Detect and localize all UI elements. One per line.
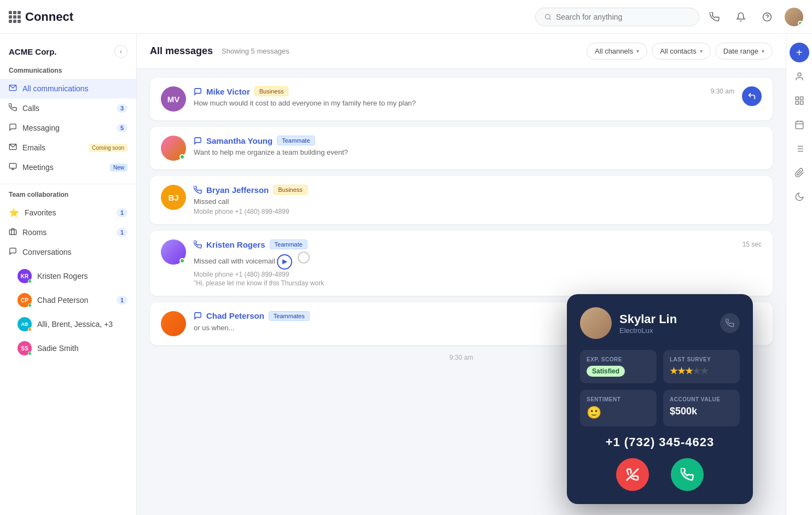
call-more-icon[interactable] [720, 313, 740, 333]
convo-avatar-chad: CP [18, 293, 32, 307]
contact-icon[interactable] [790, 67, 809, 86]
conversation-item-sadie[interactable]: SS Sadie Smith [0, 336, 136, 360]
conversation-item-chad[interactable]: CP Chad Peterson 1 [0, 288, 136, 312]
favorites-icon: ⭐ [9, 208, 19, 218]
sidebar-item-meetings[interactable]: Meetings New [0, 157, 136, 177]
chevron-down-icon-3: ▾ [762, 48, 764, 54]
conversations-icon [9, 247, 17, 257]
all-comms-icon [9, 84, 17, 93]
svg-rect-8 [9, 230, 16, 235]
avatar-chad [161, 311, 186, 336]
svg-line-1 [549, 18, 550, 19]
stat-last-survey: LAST SURVEY ★★★★★ [663, 350, 740, 383]
call-contact-company: ElectroLux [619, 326, 677, 335]
search-bar[interactable] [535, 8, 699, 26]
stars-filled: ★★★ [670, 366, 693, 376]
nav-icons [706, 8, 803, 26]
msg-sub-kristen: Mobile phone +1 (480) 899-4899 [194, 271, 762, 278]
sentiment-emoji: 🙂 [587, 406, 650, 420]
list-icon[interactable] [790, 139, 809, 159]
msg-text-mike: How much would it cost to add everyone i… [194, 98, 734, 108]
favorites-badge: 1 [117, 208, 127, 217]
chevron-down-icon-2: ▾ [700, 48, 703, 54]
moon-icon[interactable] [790, 187, 809, 207]
sidebar-item-label-favorites: Favorites [25, 208, 111, 217]
conversation-item-group[interactable]: AB Alli, Brent, Jessica, +3 [0, 312, 136, 336]
msg-name-samantha: Samantha Young [206, 136, 272, 145]
sidebar-item-messaging[interactable]: Messaging 5 [0, 118, 136, 138]
convo-dot-chad [28, 303, 32, 307]
msg-sub-bryan: Mobile phone +1 (480) 899-4899 [194, 208, 762, 215]
message-item-kristen[interactable]: Kristen Rogers Teammate 15 sec Missed ca… [150, 231, 773, 295]
call-avatar [580, 307, 612, 339]
avatar-mike: MV [161, 86, 186, 112]
accept-call-button[interactable] [671, 458, 704, 491]
emails-badge: Coming soon [89, 144, 127, 152]
sidebar-item-label-meetings: Meetings [22, 163, 105, 172]
convo-name-kristen: Kristen Rogers [37, 272, 127, 280]
msg-text-samantha: Want to help me organize a team building… [194, 148, 762, 157]
user-avatar[interactable] [785, 8, 803, 26]
stat-account-value: ACCOUNT VALUE $500k [663, 390, 740, 426]
rooms-icon [9, 227, 17, 237]
help-icon[interactable] [758, 8, 776, 26]
sidebar-item-conversations[interactable]: Conversations [0, 242, 136, 262]
msg-body-bryan: Bryan Jefferson Business Missed call Mob… [194, 185, 762, 215]
call-phone-number: +1 (732) 345-4623 [580, 435, 740, 449]
sidebar-item-rooms[interactable]: Rooms 1 [0, 223, 136, 242]
message-item-bryan[interactable]: BJ Bryan Jefferson Business Missed call … [150, 176, 773, 224]
convo-dot-group [28, 327, 32, 331]
account-value-label: ACCOUNT VALUE [670, 396, 733, 402]
message-item-mike[interactable]: MV Mike Victor Business 9:30 am How much… [150, 78, 773, 120]
reply-button-mike[interactable] [742, 86, 762, 106]
calendar-icon[interactable] [790, 115, 809, 134]
msg-name-bryan: Bryan Jefferson [206, 185, 269, 195]
filter-contacts-label: All contacts [660, 47, 696, 55]
filter-date[interactable]: Date range ▾ [715, 43, 773, 60]
calls-icon [9, 103, 17, 113]
sidebar-item-all-communications[interactable]: All communications [0, 79, 136, 98]
phone-icon-bryan [194, 186, 202, 194]
meetings-badge: New [110, 163, 127, 172]
msg-body-samantha: Samantha Young Teammate Want to help me … [194, 136, 762, 157]
messaging-icon [9, 123, 17, 133]
conversation-item-kristen[interactable]: KR Kristen Rogers [0, 264, 136, 288]
collapse-sidebar-button[interactable]: ‹ [114, 45, 127, 58]
account-value: $500k [670, 406, 733, 417]
svg-rect-11 [796, 97, 798, 100]
phone-icon-kristen [194, 241, 202, 249]
filter-contacts[interactable]: All contacts ▾ [652, 43, 710, 60]
top-nav: Connect [0, 0, 812, 34]
msg-body-mike: Mike Victor Business 9:30 am How much wo… [194, 86, 734, 108]
voicemail-radio-button[interactable] [298, 251, 310, 264]
messages-header: All messages Showing 5 messages All chan… [137, 34, 786, 69]
sidebar-item-calls[interactable]: Calls 3 [0, 98, 136, 118]
paperclip-icon[interactable] [790, 163, 809, 183]
app-grid-icon[interactable] [9, 11, 21, 23]
convo-name-sadie: Sadie Smith [37, 344, 127, 353]
meetings-icon [9, 162, 17, 172]
sidebar-item-favorites[interactable]: ⭐ Favorites 1 [0, 203, 136, 223]
message-item-samantha[interactable]: Samantha Young Teammate Want to help me … [150, 127, 773, 169]
app-title: Connect [25, 10, 73, 24]
avatar-kristen [161, 239, 186, 265]
grid-view-icon[interactable] [790, 91, 809, 110]
add-button[interactable]: + [790, 43, 809, 62]
sidebar-item-emails[interactable]: Emails Coming soon [0, 138, 136, 157]
stat-sentiment: SENTIMENT 🙂 [580, 390, 657, 426]
filter-channels[interactable]: All channels ▾ [587, 43, 647, 60]
sentiment-label: SENTIMENT [587, 396, 650, 402]
messages-title: All messages [150, 45, 213, 57]
avatar-online-dot [798, 21, 803, 26]
chad-badge: 1 [117, 296, 127, 305]
decline-call-button[interactable] [616, 458, 649, 491]
msg-tag-chad: Teammates [269, 311, 310, 321]
voicemail-play-button[interactable]: ▶ [277, 254, 292, 270]
logo-area: Connect [9, 10, 529, 24]
phone-icon[interactable] [706, 8, 723, 26]
notification-icon[interactable] [732, 8, 750, 26]
search-input[interactable] [556, 13, 690, 21]
convo-avatar-kristen: KR [18, 269, 32, 283]
convo-dot-sadie [28, 352, 32, 355]
stat-exp-score: EXP. SCORE Satisfied [580, 350, 657, 383]
